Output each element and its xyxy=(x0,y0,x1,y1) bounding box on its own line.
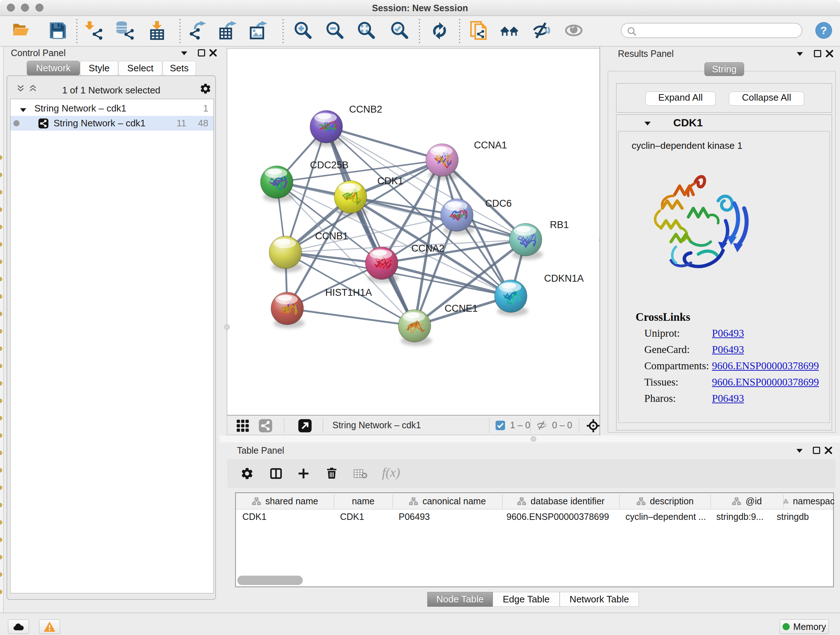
zoom-in-icon[interactable] xyxy=(294,21,313,42)
column-header-name[interactable]: name xyxy=(334,493,393,509)
network-node-HIST1H1A[interactable] xyxy=(271,292,305,328)
network-node-CDC6[interactable] xyxy=(441,199,474,235)
network-node-CDK1[interactable] xyxy=(334,181,368,217)
zoom-selected-icon[interactable] xyxy=(390,21,409,42)
network-node-CDKN1A[interactable] xyxy=(494,280,528,316)
selected-checkbox-icon[interactable] xyxy=(495,420,506,432)
split-table-icon[interactable] xyxy=(269,467,283,482)
birdseye-grid-icon[interactable] xyxy=(235,418,250,434)
export-table-icon[interactable] xyxy=(219,21,238,42)
results-panel-close-icon[interactable] xyxy=(825,49,834,60)
export-image-icon[interactable] xyxy=(249,21,269,42)
zoom-out-icon[interactable] xyxy=(325,21,345,42)
crosslink-link[interactable]: 9606.ENSP00000378699 xyxy=(712,360,819,372)
dock-dot xyxy=(0,260,2,264)
network-node-CCNB2[interactable] xyxy=(310,111,344,147)
memory-button[interactable]: Memory xyxy=(780,619,829,634)
column-divider[interactable] xyxy=(783,494,783,508)
copy-network-icon[interactable] xyxy=(469,21,489,42)
tab-network-table[interactable]: Network Table xyxy=(560,592,639,607)
tab-style[interactable]: Style xyxy=(80,61,118,76)
collapse-all-button[interactable]: Collapse All xyxy=(729,92,804,106)
show-all-icon[interactable] xyxy=(564,21,584,42)
import-database-icon[interactable] xyxy=(116,21,135,42)
horizontal-scrollbar-thumb[interactable] xyxy=(237,576,303,585)
network-node-CCNE1[interactable] xyxy=(398,310,432,346)
column-header-namespac[interactable]: namespac xyxy=(783,493,835,509)
gene-section: CDK1 cyclin–dependent kinase 1 xyxy=(616,114,832,431)
network-options-gear-icon[interactable] xyxy=(199,82,212,96)
table-panel-float-icon[interactable] xyxy=(812,446,821,456)
crosslink-link[interactable]: P06493 xyxy=(712,344,744,356)
collection-count: 1 xyxy=(203,101,208,116)
svg-text:CCNB1: CCNB1 xyxy=(315,231,348,241)
network-node-CCNA1[interactable] xyxy=(426,144,459,180)
network-node-CCNA2[interactable] xyxy=(365,247,399,283)
control-panel-menu-icon[interactable] xyxy=(180,50,188,58)
column-divider[interactable] xyxy=(502,494,502,508)
results-panel-menu-icon[interactable] xyxy=(796,50,804,59)
network-row[interactable]: String Network – cdk1 11 48 xyxy=(11,116,213,131)
crosslink-link[interactable]: P06493 xyxy=(712,393,744,404)
crosslink-link[interactable]: 9606.ENSP00000378699 xyxy=(712,376,819,388)
table-panel-close-icon[interactable] xyxy=(824,446,833,456)
export-network-icon[interactable] xyxy=(188,21,208,42)
dock-dot xyxy=(0,538,2,542)
column-header-canonical-name[interactable]: canonical name xyxy=(393,493,502,509)
import-network-icon[interactable] xyxy=(84,21,104,42)
dock-dot xyxy=(0,433,2,438)
help-button[interactable]: ? xyxy=(815,22,832,39)
column-header--id[interactable]: @id xyxy=(711,493,783,509)
fit-content-crosshair-icon[interactable] xyxy=(586,418,600,434)
column-divider[interactable] xyxy=(334,494,334,508)
add-column-icon[interactable] xyxy=(297,467,310,482)
tab-sets[interactable]: Sets xyxy=(163,61,196,76)
horizontal-splitter-handle[interactable] xyxy=(531,436,536,442)
tab-edge-table[interactable]: Edge Table xyxy=(493,592,560,607)
save-session-icon[interactable] xyxy=(49,21,67,41)
horizontal-splitter[interactable] xyxy=(219,435,840,442)
column-divider[interactable] xyxy=(393,494,393,508)
column-divider[interactable] xyxy=(711,494,711,508)
network-node-CCNB1[interactable] xyxy=(269,236,303,272)
network-node-RB1[interactable] xyxy=(509,223,543,260)
column-divider[interactable] xyxy=(619,494,620,508)
network-canvas[interactable]: CCNB2CCNA1CDC25BCDK1CDC6RB1CCNB1CCNA2CDK… xyxy=(227,48,602,415)
control-panel-close-icon[interactable] xyxy=(208,48,218,59)
left-splitter-handle[interactable] xyxy=(224,325,230,330)
column-header-database-identifier[interactable]: database identifier xyxy=(502,493,619,509)
hidden-eye-icon[interactable] xyxy=(536,420,548,432)
crosslink-link[interactable]: P06493 xyxy=(712,327,744,339)
open-session-icon[interactable] xyxy=(11,21,31,41)
table-settings-gear-icon[interactable] xyxy=(240,467,254,482)
dock-dot xyxy=(0,520,2,524)
expand-all-button[interactable]: Expand All xyxy=(645,92,715,106)
column-header-shared-name[interactable]: shared name xyxy=(236,493,334,509)
control-panel-float-icon[interactable] xyxy=(197,48,206,59)
import-table-icon[interactable] xyxy=(147,21,167,42)
cloud-status-button[interactable] xyxy=(8,619,29,634)
table-panel-menu-icon[interactable] xyxy=(795,447,804,456)
network-node-CDC25B[interactable] xyxy=(261,166,294,202)
share-network-icon[interactable] xyxy=(258,418,273,434)
svg-text:CDC25B: CDC25B xyxy=(310,160,349,171)
shared-column-icon xyxy=(636,497,646,506)
tab-string[interactable]: String xyxy=(704,62,744,76)
results-panel-float-icon[interactable] xyxy=(813,49,822,60)
column-header-description[interactable]: description xyxy=(619,493,711,509)
tab-network[interactable]: Network xyxy=(27,61,80,76)
protein-structure-image xyxy=(631,163,761,289)
search-input[interactable] xyxy=(640,24,796,36)
crosslink-label: Tissues: xyxy=(644,376,678,388)
gene-collapse-icon[interactable] xyxy=(643,120,652,128)
refresh-icon[interactable] xyxy=(429,20,450,42)
hide-selected-icon[interactable] xyxy=(532,21,551,42)
delete-column-icon[interactable] xyxy=(325,466,339,481)
network-collection-row[interactable]: String Network – cdk1 1 xyxy=(11,101,213,116)
zoom-fit-icon[interactable] xyxy=(357,21,376,42)
tab-node-table[interactable]: Node Table xyxy=(427,592,493,607)
tab-select[interactable]: Select xyxy=(118,61,163,76)
warning-status-button[interactable] xyxy=(39,619,60,634)
first-neighbors-icon[interactable] xyxy=(500,21,520,42)
open-in-window-icon[interactable] xyxy=(298,418,312,434)
